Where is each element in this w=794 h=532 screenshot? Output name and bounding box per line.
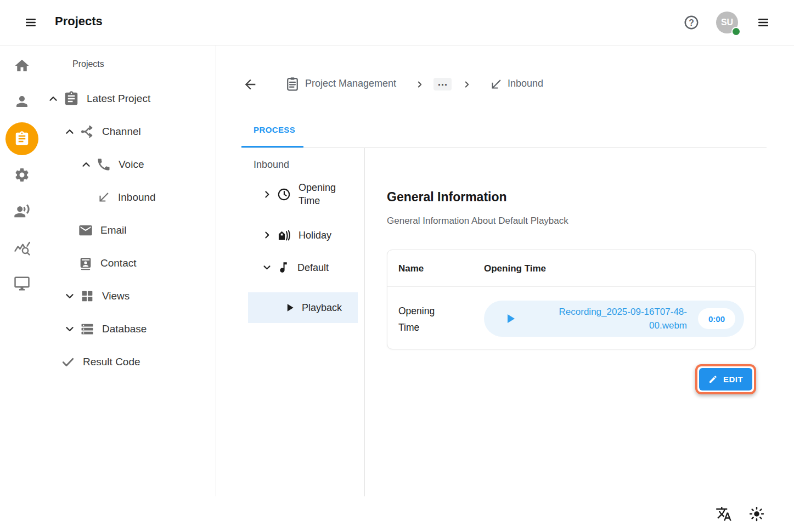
tree-item-label: Voice: [119, 159, 144, 171]
check-icon: [60, 354, 76, 370]
online-status-dot: [731, 27, 741, 36]
overflow-menu-icon[interactable]: [754, 16, 773, 29]
tree-item-label: Inbound: [118, 191, 156, 203]
table-cell-name: Opening Time: [398, 303, 448, 336]
inbound-arrow-icon: [489, 77, 503, 92]
holiday-house-icon: [277, 228, 291, 242]
subpanel-item-holiday[interactable]: Holiday: [262, 228, 331, 242]
monitor-icon[interactable]: [0, 268, 44, 299]
tree-item-label: Database: [102, 323, 147, 335]
chevron-down-icon[interactable]: [64, 323, 76, 335]
tree-item-views[interactable]: Views: [44, 280, 209, 313]
top-bar: Projects ? SU: [0, 0, 794, 46]
back-arrow-icon[interactable]: [243, 77, 258, 92]
app-window: Projects ? SU P: [0, 0, 794, 532]
main-area: Project Management … Inbound PROCESS Inb…: [216, 45, 794, 532]
inbound-arrow-icon: [97, 190, 111, 205]
subpanel-item-label: Holiday: [299, 229, 331, 242]
envelope-icon: [78, 223, 93, 238]
subpanel-item-playback-selected[interactable]: Playback: [248, 292, 358, 323]
tree-panel-title: Projects: [72, 59, 104, 69]
chevron-down-icon[interactable]: [64, 290, 76, 302]
play-button-icon[interactable]: [504, 312, 517, 325]
brightness-sun-icon[interactable]: [748, 506, 765, 522]
tree-item-inbound[interactable]: Inbound: [44, 181, 209, 214]
chevron-up-icon[interactable]: [64, 126, 76, 138]
subpanel-item-label: Playback: [302, 301, 342, 314]
edit-button-highlight-ring: EDIT: [695, 364, 756, 394]
section-subheading: General Information About Default Playba…: [387, 216, 568, 227]
menu-icon[interactable]: [22, 16, 40, 29]
edit-button-label: EDIT: [723, 375, 743, 384]
translate-icon[interactable]: [716, 506, 732, 522]
subpanel-item-opening-time[interactable]: Opening Time: [262, 181, 345, 207]
play-icon: [284, 302, 295, 313]
chevron-right-icon: [415, 80, 425, 89]
subpanel-item-label: Opening Time: [299, 181, 345, 207]
tree-item-email[interactable]: Email: [44, 214, 209, 247]
projects-clipboard-icon-active[interactable]: [5, 122, 38, 155]
audio-player: Recording_2025-09-16T07-48-00.webm 0:00: [484, 301, 744, 337]
recording-file-link[interactable]: Recording_2025-09-16T07-48-00.webm: [550, 305, 687, 332]
breadcrumb-ellipsis-button[interactable]: …: [433, 78, 452, 90]
duration-badge: 0:00: [698, 308, 735, 329]
contact-card-icon: [78, 256, 93, 271]
chevron-right-icon[interactable]: [262, 190, 272, 199]
chevron-up-icon[interactable]: [80, 159, 92, 171]
subpanel-divider: [364, 148, 365, 496]
tree-item-label: Contact: [100, 257, 136, 269]
column-header-opening-time: Opening Time: [484, 263, 546, 274]
section-heading: General Information: [387, 190, 507, 205]
tree-item-contact[interactable]: Contact: [44, 247, 209, 280]
chevron-down-icon[interactable]: [262, 263, 272, 272]
svg-text:?: ?: [689, 18, 694, 27]
tree-item-label: Latest Project: [87, 93, 150, 105]
tree-item-latest-project[interactable]: Latest Project: [44, 82, 209, 115]
tree-item-label: Email: [100, 224, 127, 236]
general-info-card: Name Opening Time Opening Time Recording…: [387, 250, 756, 349]
clipboard-outline-icon: [284, 76, 301, 92]
project-tree-panel: Projects Latest Project Channel Voice In…: [44, 45, 216, 496]
phone-icon: [96, 157, 111, 172]
clock-icon: [277, 187, 291, 202]
voice-agent-icon[interactable]: [0, 196, 44, 227]
clipboard-icon: [63, 90, 80, 107]
pencil-icon: [708, 375, 718, 384]
edit-button[interactable]: EDIT: [699, 368, 752, 390]
page-title: Projects: [55, 14, 103, 29]
settings-gear-icon[interactable]: [0, 160, 44, 190]
channel-split-icon: [80, 124, 95, 139]
breadcrumb-item-project-management[interactable]: Project Management: [305, 78, 396, 89]
tree-item-voice[interactable]: Voice: [44, 148, 209, 181]
music-note-icon: [277, 261, 290, 274]
database-storage-icon: [80, 321, 95, 337]
analytics-search-icon[interactable]: [0, 233, 44, 263]
table-header-row: Name Opening Time: [387, 250, 755, 287]
column-header-name: Name: [398, 263, 424, 274]
help-icon[interactable]: ?: [683, 14, 700, 31]
tree-item-result-code[interactable]: Result Code: [44, 346, 209, 378]
subpanel-item-label: Default: [297, 261, 329, 274]
chevron-right-icon: [462, 80, 472, 89]
tree-item-label: Channel: [102, 126, 141, 138]
subpanel-title: Inbound: [254, 159, 289, 171]
avatar-initials: SU: [721, 18, 733, 27]
tree-item-label: Views: [102, 290, 129, 302]
chevron-up-icon[interactable]: [47, 93, 59, 105]
user-icon[interactable]: [0, 86, 44, 117]
icon-rail: [0, 45, 44, 496]
breadcrumb-item-inbound[interactable]: Inbound: [508, 78, 543, 89]
chevron-right-icon[interactable]: [262, 230, 272, 240]
tab-row-divider: [241, 148, 767, 148]
grid-views-icon: [80, 288, 95, 304]
tree-item-label: Result Code: [83, 356, 140, 368]
subpanel-item-default[interactable]: Default: [262, 261, 329, 274]
tab-process[interactable]: PROCESS: [254, 125, 295, 134]
home-icon[interactable]: [0, 50, 44, 81]
tree-item-channel[interactable]: Channel: [44, 115, 209, 148]
tree-item-database[interactable]: Database: [44, 313, 209, 346]
